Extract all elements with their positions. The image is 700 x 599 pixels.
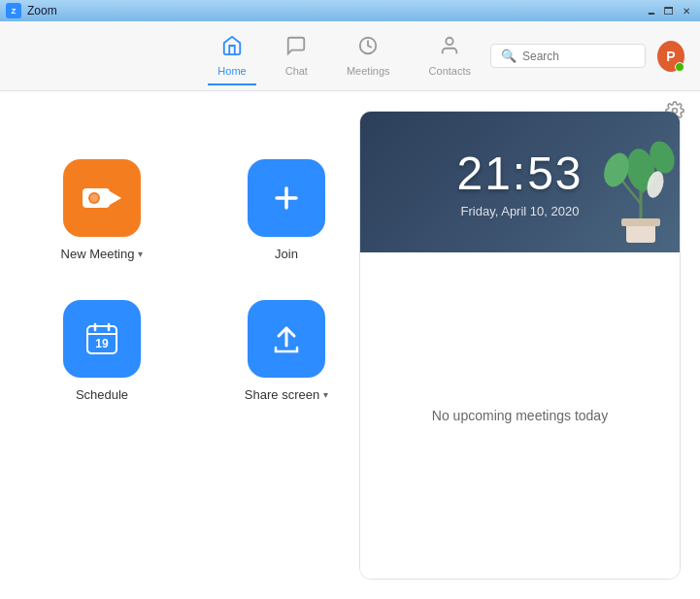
meetings-icon: [357, 35, 379, 61]
meetings-section: No upcoming meetings today: [360, 252, 680, 579]
share-screen-item[interactable]: Share screen ▾: [223, 300, 350, 402]
avatar[interactable]: P: [657, 41, 684, 72]
search-input[interactable]: [522, 50, 629, 63]
new-meeting-item[interactable]: New Meeting ▾: [39, 159, 165, 261]
new-meeting-chevron: ▾: [138, 249, 143, 259]
clock-time: 21:53: [456, 147, 583, 200]
search-icon: 🔍: [501, 49, 517, 63]
tab-home-label: Home: [217, 65, 246, 77]
maximize-button[interactable]: 🗖: [661, 4, 677, 17]
zoom-icon: Z: [6, 3, 21, 18]
new-meeting-label: New Meeting ▾: [61, 247, 144, 261]
svg-marker-8: [110, 191, 121, 205]
content-area: New Meeting ▾ Join: [0, 91, 700, 599]
schedule-button[interactable]: 19: [63, 300, 141, 378]
tab-contacts[interactable]: Contacts: [410, 27, 490, 84]
contacts-icon: [439, 35, 460, 61]
svg-text:19: 19: [95, 337, 109, 350]
clock-date: Friday, April 10, 2020: [461, 204, 580, 218]
tab-meetings[interactable]: Meetings: [327, 27, 410, 84]
share-screen-button[interactable]: [248, 300, 325, 378]
join-label: Join: [275, 247, 298, 261]
tab-chat[interactable]: Chat: [266, 27, 327, 84]
home-icon: [221, 35, 243, 61]
tab-meetings-label: Meetings: [347, 65, 390, 77]
right-panel: 21:53 Friday, April 10, 2020 No upcoming…: [350, 91, 700, 599]
chat-icon: [285, 35, 307, 61]
navbar: Home Chat Meetings: [0, 21, 700, 91]
join-item[interactable]: Join: [223, 159, 350, 261]
left-panel: New Meeting ▾ Join: [0, 91, 350, 599]
tab-contacts-label: Contacts: [429, 65, 471, 77]
tab-home[interactable]: Home: [198, 27, 265, 84]
search-bar[interactable]: 🔍: [490, 44, 646, 68]
action-grid: New Meeting ▾ Join: [29, 159, 350, 402]
nav-tabs: Home Chat Meetings: [198, 27, 490, 84]
plant-decoration: [602, 136, 680, 252]
no-meetings-message: No upcoming meetings today: [432, 408, 608, 423]
titlebar-left: Z Zoom: [6, 3, 57, 18]
main-window: Home Chat Meetings: [0, 21, 700, 599]
svg-text:Z: Z: [12, 7, 17, 16]
tab-chat-label: Chat: [285, 65, 308, 77]
titlebar: Z Zoom 🗕 🗖 ✕: [0, 0, 700, 21]
new-meeting-button[interactable]: [63, 159, 141, 237]
share-screen-chevron: ▾: [323, 389, 328, 400]
schedule-item[interactable]: 19 Schedule: [39, 300, 165, 402]
avatar-initial: P: [666, 49, 675, 64]
svg-rect-17: [621, 218, 660, 226]
svg-point-7: [90, 194, 98, 202]
app-title: Zoom: [27, 4, 57, 17]
window-controls: 🗕 🗖 ✕: [644, 4, 694, 17]
join-button[interactable]: [248, 159, 325, 237]
minimize-button[interactable]: 🗕: [644, 4, 659, 17]
close-button[interactable]: ✕: [679, 4, 694, 17]
svg-point-3: [447, 38, 453, 45]
avatar-status-badge: [675, 62, 684, 72]
calendar-widget: 21:53 Friday, April 10, 2020 No upcoming…: [359, 111, 681, 580]
share-screen-label: Share screen ▾: [245, 387, 328, 402]
clock-section: 21:53 Friday, April 10, 2020: [360, 112, 680, 252]
schedule-label: Schedule: [76, 387, 128, 402]
